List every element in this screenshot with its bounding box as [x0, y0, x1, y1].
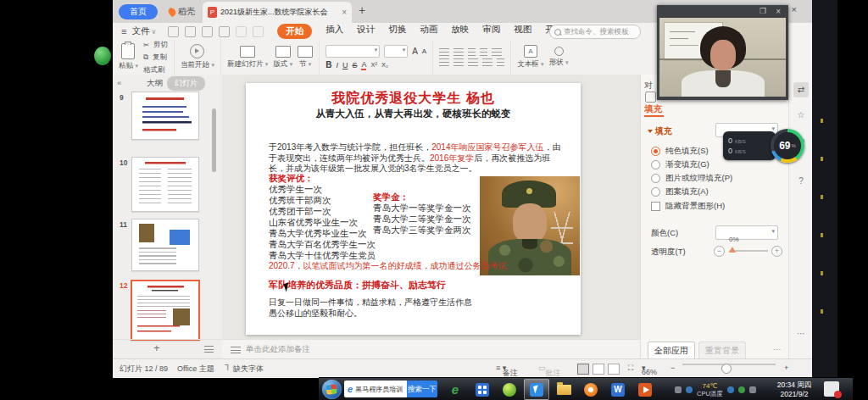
copy-button[interactable]: ⧉ 复制: [143, 53, 168, 63]
font-name-select[interactable]: [326, 45, 380, 58]
slide-menu-icon[interactable]: [204, 346, 214, 353]
format-painter-button[interactable]: 格式刷: [143, 65, 168, 75]
cut-button[interactable]: ✂ 剪切: [143, 40, 168, 50]
option-gradient-fill[interactable]: 渐变填充(G): [651, 159, 709, 170]
current-slide[interactable]: 我院优秀退役大学生 杨也 从青大入伍，从青大再出发，硬核班长的蜕变 于2013年…: [246, 83, 581, 335]
bullets-icon[interactable]: [439, 48, 449, 56]
panel-more-button[interactable]: ···: [773, 344, 782, 353]
collapse-panel-icon[interactable]: «: [117, 78, 121, 87]
taskbar-app-explorer[interactable]: [551, 379, 576, 400]
play-from-current-button[interactable]: 当前开始 ▾: [181, 44, 214, 70]
start-button[interactable]: [322, 380, 342, 399]
tray-icon-antivirus[interactable]: [738, 386, 745, 393]
zoom-slider-thumb[interactable]: [721, 364, 732, 374]
indent-decrease-icon[interactable]: [468, 48, 476, 56]
tray-notification-icon[interactable]: [824, 381, 839, 397]
taskbar-app-remote-active[interactable]: [524, 379, 549, 400]
font-size-select[interactable]: [384, 45, 408, 58]
line-spacing-icon[interactable]: [492, 48, 502, 56]
sidebar-more-icon[interactable]: ⋯: [793, 326, 809, 342]
save-icon[interactable]: [168, 26, 179, 37]
thumbnail-scrollbar[interactable]: [212, 108, 216, 172]
new-slide-button[interactable]: 新建幻灯片 ▾: [227, 46, 268, 69]
transparency-decrease-button[interactable]: −: [714, 246, 725, 257]
normal-view-icon[interactable]: [577, 364, 589, 375]
tray-icon-generic[interactable]: [675, 386, 682, 393]
file-menu[interactable]: 文件: [131, 25, 149, 37]
tab-view[interactable]: 视图: [514, 24, 531, 39]
taskbar-app-media[interactable]: [470, 379, 495, 400]
window-close-icon[interactable]: ×: [792, 4, 797, 14]
output-icon[interactable]: [185, 26, 196, 37]
slide-thumbnail-10[interactable]: [131, 157, 199, 212]
columns-icon[interactable]: [497, 58, 504, 66]
command-search-input[interactable]: 查找命令、搜索模板: [549, 25, 641, 39]
tab-start[interactable]: 开始: [277, 24, 312, 39]
tab-insert[interactable]: 插入: [326, 24, 343, 39]
slide-thumbnail-9[interactable]: [131, 92, 199, 140]
zoom-out-button[interactable]: −: [670, 364, 675, 372]
help-icon[interactable]: ?: [793, 174, 809, 189]
webcam-overlay-window[interactable]: ❐ ×: [657, 5, 788, 100]
slide-thumbnail-11[interactable]: [131, 219, 199, 271]
taskbar-app-recorder[interactable]: [578, 379, 604, 400]
smart-tools-icon[interactable]: ☆: [793, 108, 809, 123]
tab-home[interactable]: 首页: [119, 4, 158, 19]
slide-sorter-view-icon[interactable]: [593, 364, 604, 375]
undo-icon[interactable]: [236, 26, 247, 37]
floating-assistant-ball[interactable]: [94, 47, 111, 65]
taskbar-search-button[interactable]: 搜索一下: [407, 381, 437, 397]
preview-icon[interactable]: [219, 26, 230, 37]
missing-font-label[interactable]: 缺失字体: [233, 364, 264, 375]
tab-docer[interactable]: 稻壳: [164, 4, 200, 19]
textbox-button[interactable]: A 文本框 ▾: [517, 45, 543, 69]
taskbar-app-browser[interactable]: e: [442, 379, 468, 400]
tab-outline[interactable]: 大纲: [147, 78, 163, 89]
transparency-slider-thumb[interactable]: [729, 247, 736, 253]
taskbar-app-wpp[interactable]: [632, 379, 658, 400]
italic-button[interactable]: I: [336, 61, 338, 69]
apply-all-button[interactable]: 全部应用: [648, 342, 695, 359]
tab-transitions[interactable]: 切换: [388, 24, 406, 39]
taskbar-app-security[interactable]: [497, 379, 522, 400]
font-color-button[interactable]: A: [361, 60, 366, 70]
fill-tab[interactable]: 填充: [644, 103, 662, 115]
tray-icon-network[interactable]: [686, 386, 693, 393]
taskbar-clock[interactable]: 20:34 周四 2021/9/2: [770, 381, 819, 398]
taskbar-app-wps[interactable]: W: [605, 379, 631, 400]
tab-review[interactable]: 审阅: [482, 24, 500, 39]
option-hide-background[interactable]: 隐藏背景图形(H): [651, 201, 725, 212]
strikethrough-button[interactable]: S: [352, 61, 357, 69]
slide-thumbnail-12-current[interactable]: [131, 280, 200, 341]
subscript-button[interactable]: X₂: [381, 61, 388, 69]
layout-button[interactable]: 版式 ▾: [273, 46, 292, 69]
performance-widget[interactable]: 0KB/S 0KB/S 69%: [723, 129, 804, 163]
theme-name[interactable]: Office 主题: [177, 364, 214, 375]
video-close-icon[interactable]: ×: [776, 7, 781, 16]
zoom-level[interactable]: 66% ▾: [642, 364, 646, 372]
video-maximize-icon[interactable]: ❐: [760, 7, 766, 15]
zoom-in-button[interactable]: +: [784, 364, 788, 372]
option-picture-fill[interactable]: 图片或纹理填充(P): [651, 173, 732, 184]
tray-icon-bluetooth[interactable]: [727, 386, 734, 393]
tray-icon-flag[interactable]: [749, 386, 756, 393]
section-button[interactable]: 节 ▾: [298, 46, 313, 69]
print-icon[interactable]: [202, 26, 213, 37]
shapes-button[interactable]: 形状 ▾: [549, 47, 569, 68]
superscript-button[interactable]: X²: [370, 61, 377, 69]
paste-button[interactable]: 粘贴 ▾: [119, 43, 138, 71]
missing-font-warning[interactable]: Ꞁ: [225, 364, 229, 372]
indent-increase-icon[interactable]: [480, 48, 487, 56]
properties-sidebar-icon[interactable]: ⇄: [793, 82, 809, 97]
option-pattern-fill[interactable]: 图案填充(A): [651, 186, 709, 197]
hamburger-menu-icon[interactable]: ≡: [121, 26, 126, 36]
tab-slides[interactable]: 幻灯片: [167, 76, 205, 91]
numbering-icon[interactable]: [453, 48, 464, 56]
notes-toggle[interactable]: ≡ 备注 ▾: [496, 364, 506, 372]
align-left-icon[interactable]: [439, 58, 449, 66]
tab-document[interactable]: P 2021级新生家...数统学院家长会 ×: [203, 2, 352, 23]
notes-bar[interactable]: 单击此处添加备注: [222, 339, 640, 359]
new-tab-button[interactable]: +: [359, 3, 365, 17]
bold-button[interactable]: B: [326, 60, 331, 69]
align-right-icon[interactable]: [468, 58, 478, 66]
